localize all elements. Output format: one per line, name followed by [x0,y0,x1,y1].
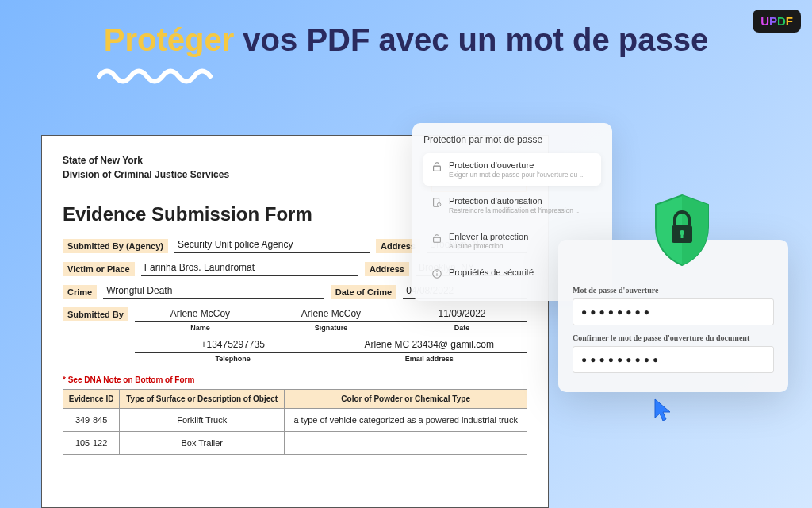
doc-state: State of New York [63,155,229,166]
info-icon [431,268,442,279]
page-headline: Protéger vos PDF avec un mot de passe [0,22,812,58]
scribble-underline [95,62,222,86]
shield-lock-icon [648,192,716,271]
cursor-icon [652,397,676,424]
confirm-password-input[interactable]: ●●●●●●●●● [573,346,774,373]
open-password-input[interactable]: ●●●●●●●● [573,298,774,325]
label-crime: Crime [63,285,97,299]
menu-item-permission-protection[interactable]: Protection d'autorisation Restreindre la… [423,189,601,221]
document-lock-icon [431,197,442,208]
svg-rect-3 [434,237,441,242]
sublabel-telephone: Telephone [135,355,331,363]
sublabel-name: Name [135,324,266,332]
field-signature: Arlene McCoy [266,306,396,322]
menu-item-label: Protection d'ouverture [449,160,593,170]
confirm-password-label: Confirmer le mot de passe d'ouverture du… [573,333,774,342]
field-telephone: +13475297735 [135,337,331,353]
field-email: Arlene MC 23434@ gamil.com [331,337,527,353]
th-evidence-id: Evidence ID [63,389,120,408]
menu-item-label: Protection d'autorisation [449,196,593,206]
label-victim: Victim or Place [63,262,135,276]
table-row: 349-845 Forklift Truck a type of vehicle… [63,408,527,431]
svg-rect-0 [434,166,441,171]
unlock-icon [431,233,442,244]
svg-rect-9 [681,233,684,238]
field-victim: Farinha Bros. Laundromat [141,260,358,276]
password-menu-title: Protection par mot de passe [423,134,601,145]
label-submitted-by-agency: Submitted By (Agency) [63,239,168,253]
label-date-of-crime: Date of Crime [331,285,397,299]
evidence-table: Evidence ID Type of Surface or Descripti… [63,389,527,455]
field-name: Arlene McCoy [135,306,266,322]
svg-rect-1 [434,198,439,207]
svg-point-6 [436,271,437,272]
dna-note: * See DNA Note on Bottom of Form [63,375,527,384]
label-address-2: Address [365,262,409,276]
label-submitted-by: Submitted By [63,307,128,321]
field-date: 11/09/2022 [396,306,527,322]
th-surface: Type of Surface or Description of Object [120,389,285,408]
th-color: Color of Powder or Chemical Type [285,389,527,408]
lock-open-icon [431,161,442,172]
doc-division: Division of Criminal Justice Services [63,169,229,180]
sublabel-email: Email address [331,355,527,363]
field-agency: Security Unit police Agency [174,237,370,253]
field-crime: Wrongful Death [103,283,324,299]
sublabel-signature: Signature [266,324,396,332]
menu-item-sub: Restreindre la modification et l'impress… [449,206,593,214]
open-password-label: Mot de passe d'ouverture [573,286,774,294]
menu-item-open-protection[interactable]: Protection d'ouverture Exiger un mot de … [423,153,601,186]
menu-item-sub: Exiger un mot de passe pour l'ouverture … [449,171,593,179]
sublabel-date: Date [396,324,527,332]
table-row: 105-122 Box Trailer [63,431,527,454]
